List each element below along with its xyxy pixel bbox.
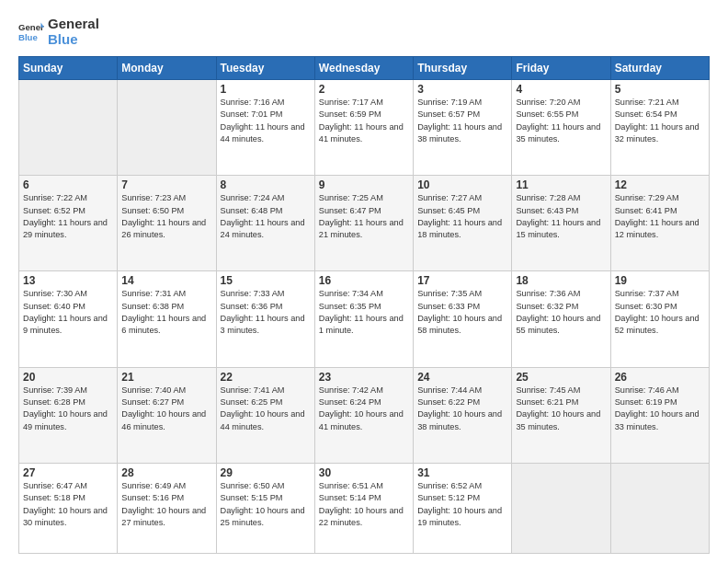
calendar-cell: 13Sunrise: 7:30 AMSunset: 6:40 PMDayligh… — [19, 271, 118, 367]
day-info: Sunrise: 7:40 AMSunset: 6:27 PMDaylight:… — [121, 385, 211, 433]
day-number: 14 — [121, 274, 211, 287]
day-info: Sunrise: 6:51 AMSunset: 5:14 PMDaylight:… — [319, 480, 409, 529]
calendar-cell: 26Sunrise: 7:46 AMSunset: 6:19 PMDayligh… — [610, 367, 709, 463]
day-number: 30 — [319, 466, 409, 479]
day-number: 28 — [121, 466, 211, 479]
day-number: 27 — [23, 466, 113, 479]
day-number: 1 — [221, 83, 311, 96]
calendar-cell: 1Sunrise: 7:16 AMSunset: 7:01 PMDaylight… — [216, 80, 314, 176]
calendar-cell: 31Sunrise: 6:52 AMSunset: 5:12 PMDayligh… — [414, 463, 512, 553]
day-number: 12 — [615, 178, 705, 191]
svg-text:Blue: Blue — [18, 31, 38, 41]
weekday-header: Monday — [118, 57, 216, 80]
calendar-cell: 10Sunrise: 7:27 AMSunset: 6:45 PMDayligh… — [414, 176, 512, 271]
day-number: 29 — [221, 466, 311, 479]
day-info: Sunrise: 7:36 AMSunset: 6:32 PMDaylight:… — [516, 288, 606, 337]
calendar-cell: 16Sunrise: 7:34 AMSunset: 6:35 PMDayligh… — [314, 271, 413, 367]
day-number: 16 — [319, 274, 409, 287]
calendar-cell: 15Sunrise: 7:33 AMSunset: 6:36 PMDayligh… — [216, 271, 314, 367]
day-number: 31 — [417, 466, 507, 479]
logo-icon: General Blue — [18, 19, 44, 45]
calendar-cell — [610, 463, 709, 553]
calendar-cell: 7Sunrise: 7:23 AMSunset: 6:50 PMDaylight… — [118, 176, 216, 271]
day-info: Sunrise: 7:24 AMSunset: 6:48 PMDaylight:… — [221, 192, 311, 241]
calendar-cell: 8Sunrise: 7:24 AMSunset: 6:48 PMDaylight… — [216, 176, 314, 271]
day-info: Sunrise: 6:50 AMSunset: 5:15 PMDaylight:… — [221, 480, 311, 529]
day-info: Sunrise: 7:28 AMSunset: 6:43 PMDaylight:… — [516, 192, 606, 241]
calendar-cell — [512, 463, 610, 553]
calendar-table: SundayMondayTuesdayWednesdayThursdayFrid… — [18, 56, 710, 554]
calendar-cell: 28Sunrise: 6:49 AMSunset: 5:16 PMDayligh… — [118, 463, 216, 553]
day-number: 6 — [23, 178, 113, 191]
calendar-week-row: 13Sunrise: 7:30 AMSunset: 6:40 PMDayligh… — [19, 271, 710, 367]
day-number: 5 — [615, 83, 705, 96]
weekday-header: Wednesday — [314, 57, 413, 80]
logo-blue: Blue — [48, 32, 99, 48]
day-number: 17 — [417, 274, 507, 287]
calendar-cell: 11Sunrise: 7:28 AMSunset: 6:43 PMDayligh… — [512, 176, 610, 271]
day-number: 26 — [615, 371, 705, 384]
day-info: Sunrise: 7:25 AMSunset: 6:47 PMDaylight:… — [319, 192, 409, 241]
day-info: Sunrise: 7:16 AMSunset: 7:01 PMDaylight:… — [221, 97, 311, 145]
calendar-cell: 21Sunrise: 7:40 AMSunset: 6:27 PMDayligh… — [118, 367, 216, 463]
calendar-week-row: 6Sunrise: 7:22 AMSunset: 6:52 PMDaylight… — [19, 176, 710, 271]
calendar-cell: 4Sunrise: 7:20 AMSunset: 6:55 PMDaylight… — [512, 80, 610, 176]
logo: General Blue General Blue — [18, 17, 99, 47]
logo-general: General — [48, 17, 99, 32]
svg-text:General: General — [18, 22, 44, 32]
day-info: Sunrise: 7:44 AMSunset: 6:22 PMDaylight:… — [417, 385, 507, 433]
day-number: 13 — [23, 274, 113, 287]
day-number: 15 — [221, 274, 311, 287]
calendar-cell — [19, 80, 118, 176]
weekday-header: Saturday — [610, 57, 709, 80]
day-number: 23 — [319, 371, 409, 384]
calendar-week-row: 20Sunrise: 7:39 AMSunset: 6:28 PMDayligh… — [19, 367, 710, 463]
day-number: 4 — [516, 83, 606, 96]
calendar-cell: 9Sunrise: 7:25 AMSunset: 6:47 PMDaylight… — [314, 176, 413, 271]
calendar-cell: 22Sunrise: 7:41 AMSunset: 6:25 PMDayligh… — [216, 367, 314, 463]
day-number: 8 — [221, 178, 311, 191]
weekday-header: Tuesday — [216, 57, 314, 80]
calendar-cell: 5Sunrise: 7:21 AMSunset: 6:54 PMDaylight… — [610, 80, 709, 176]
day-number: 19 — [615, 274, 705, 287]
day-info: Sunrise: 6:47 AMSunset: 5:18 PMDaylight:… — [23, 480, 113, 529]
day-number: 2 — [319, 83, 409, 96]
day-info: Sunrise: 7:19 AMSunset: 6:57 PMDaylight:… — [417, 97, 507, 145]
day-info: Sunrise: 7:46 AMSunset: 6:19 PMDaylight:… — [615, 385, 705, 433]
day-number: 10 — [417, 178, 507, 191]
calendar-cell: 19Sunrise: 7:37 AMSunset: 6:30 PMDayligh… — [610, 271, 709, 367]
day-info: Sunrise: 7:29 AMSunset: 6:41 PMDaylight:… — [615, 192, 705, 241]
calendar-cell: 24Sunrise: 7:44 AMSunset: 6:22 PMDayligh… — [414, 367, 512, 463]
day-info: Sunrise: 7:21 AMSunset: 6:54 PMDaylight:… — [615, 97, 705, 145]
calendar-cell: 2Sunrise: 7:17 AMSunset: 6:59 PMDaylight… — [314, 80, 413, 176]
day-info: Sunrise: 7:41 AMSunset: 6:25 PMDaylight:… — [221, 385, 311, 433]
day-number: 21 — [121, 371, 211, 384]
day-info: Sunrise: 7:20 AMSunset: 6:55 PMDaylight:… — [516, 97, 606, 145]
page: General Blue General Blue SundayMondayTu… — [0, 0, 728, 563]
day-info: Sunrise: 7:23 AMSunset: 6:50 PMDaylight:… — [121, 192, 211, 241]
calendar-week-row: 27Sunrise: 6:47 AMSunset: 5:18 PMDayligh… — [19, 463, 710, 553]
calendar-cell — [118, 80, 216, 176]
calendar-cell: 20Sunrise: 7:39 AMSunset: 6:28 PMDayligh… — [19, 367, 118, 463]
day-info: Sunrise: 7:45 AMSunset: 6:21 PMDaylight:… — [516, 385, 606, 433]
day-info: Sunrise: 7:35 AMSunset: 6:33 PMDaylight:… — [417, 288, 507, 337]
day-number: 18 — [516, 274, 606, 287]
calendar-cell: 25Sunrise: 7:45 AMSunset: 6:21 PMDayligh… — [512, 367, 610, 463]
day-info: Sunrise: 7:42 AMSunset: 6:24 PMDaylight:… — [319, 385, 409, 433]
day-info: Sunrise: 7:37 AMSunset: 6:30 PMDaylight:… — [615, 288, 705, 337]
calendar-cell: 18Sunrise: 7:36 AMSunset: 6:32 PMDayligh… — [512, 271, 610, 367]
day-info: Sunrise: 7:30 AMSunset: 6:40 PMDaylight:… — [23, 288, 113, 337]
calendar-cell: 3Sunrise: 7:19 AMSunset: 6:57 PMDaylight… — [414, 80, 512, 176]
day-info: Sunrise: 7:34 AMSunset: 6:35 PMDaylight:… — [319, 288, 409, 337]
day-number: 24 — [417, 371, 507, 384]
day-number: 7 — [121, 178, 211, 191]
weekday-header: Friday — [512, 57, 610, 80]
calendar-cell: 17Sunrise: 7:35 AMSunset: 6:33 PMDayligh… — [414, 271, 512, 367]
day-info: Sunrise: 7:22 AMSunset: 6:52 PMDaylight:… — [23, 192, 113, 241]
calendar-cell: 30Sunrise: 6:51 AMSunset: 5:14 PMDayligh… — [314, 463, 413, 553]
calendar-cell: 6Sunrise: 7:22 AMSunset: 6:52 PMDaylight… — [19, 176, 118, 271]
day-info: Sunrise: 7:31 AMSunset: 6:38 PMDaylight:… — [121, 288, 211, 337]
day-number: 9 — [319, 178, 409, 191]
day-info: Sunrise: 6:49 AMSunset: 5:16 PMDaylight:… — [121, 480, 211, 529]
calendar-week-row: 1Sunrise: 7:16 AMSunset: 7:01 PMDaylight… — [19, 80, 710, 176]
